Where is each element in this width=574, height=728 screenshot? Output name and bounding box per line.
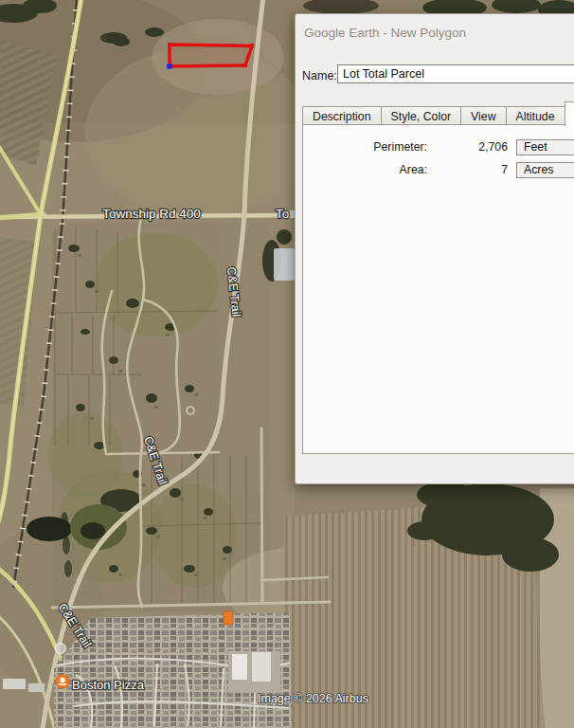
- perimeter-unit-select[interactable]: Feet: [516, 139, 574, 155]
- polygon-name-input[interactable]: [337, 64, 574, 83]
- poi-label-boston-pizza[interactable]: Boston Pizza: [72, 678, 145, 692]
- perimeter-value: 2,706: [428, 139, 508, 155]
- road-label-township-partial: To: [276, 207, 289, 221]
- area-unit-select[interactable]: Acres: [516, 162, 574, 178]
- google-earth-viewport[interactable]: Township Rd 400 To C&E Trail C&E Trail C…: [0, 0, 574, 728]
- tab-altitude[interactable]: Altitude: [506, 106, 565, 125]
- area-label: Area:: [309, 162, 427, 178]
- polygon-vertex[interactable]: [168, 43, 172, 47]
- name-label: Name:: [302, 69, 337, 82]
- polygon-selected-vertex[interactable]: [167, 64, 172, 69]
- tab-view[interactable]: View: [460, 106, 506, 125]
- tab-measurements[interactable]: Measurements: [565, 101, 574, 126]
- road-label-township-rd-400: Township Rd 400: [102, 207, 201, 221]
- perimeter-row: Perimeter: 2,706 Feet: [303, 139, 574, 155]
- large-building: [274, 248, 295, 281]
- area-value: 7: [428, 162, 508, 178]
- perimeter-label: Perimeter:: [309, 139, 427, 155]
- dialog-tabstrip: Description Style, Color View Altitude M…: [302, 100, 574, 125]
- map-attribution: Image © 2026 Airbus: [258, 692, 368, 705]
- orange-building-marker[interactable]: [224, 611, 233, 625]
- new-polygon-dialog: Google Earth - New Polygon Name: Descrip…: [295, 13, 574, 484]
- area-row: Area: 7 Acres: [303, 162, 574, 178]
- tab-description[interactable]: Description: [302, 106, 382, 125]
- polygon-vertex[interactable]: [243, 64, 248, 68]
- dialog-title: Google Earth - New Polygon: [304, 26, 466, 40]
- measurements-panel: Perimeter: 2,706 Feet Area: 7 Acres: [302, 124, 574, 454]
- poi-icon[interactable]: [56, 644, 66, 654]
- tab-style-color[interactable]: Style, Color: [381, 106, 462, 125]
- red-polygon[interactable]: [167, 43, 254, 69]
- boston-pizza-icon[interactable]: [56, 675, 69, 688]
- polygon-vertex[interactable]: [250, 44, 255, 48]
